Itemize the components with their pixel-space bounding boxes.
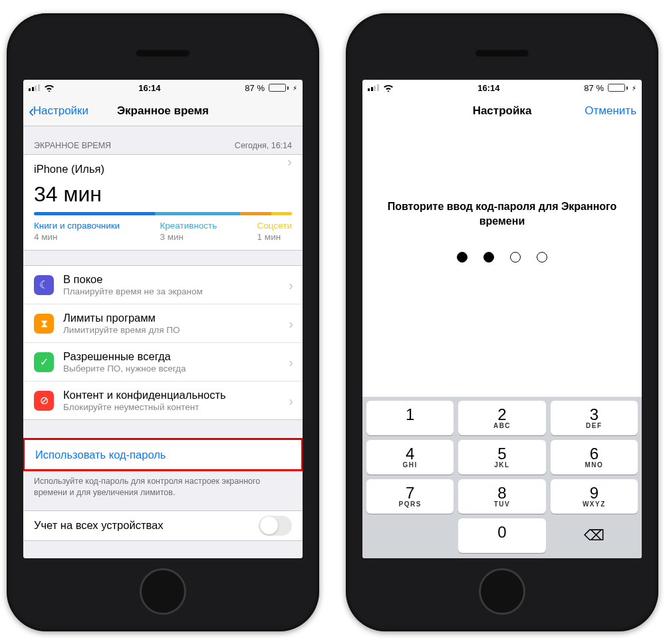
home-button[interactable] bbox=[479, 568, 525, 615]
row-subtitle: Лимитируйте время для ПО bbox=[63, 325, 180, 335]
keypad-key-2[interactable]: 2ABC bbox=[458, 401, 545, 435]
key-number: 5 bbox=[497, 446, 506, 462]
wifi-icon bbox=[383, 82, 394, 94]
passcode-content: Повторите ввод код-пароля для Экранного … bbox=[362, 126, 642, 558]
key-number: 7 bbox=[406, 485, 414, 501]
back-label: Настройки bbox=[33, 104, 88, 118]
share-toggle[interactable] bbox=[259, 516, 292, 536]
keypad-key-4[interactable]: 4GHI bbox=[366, 440, 454, 475]
share-across-devices-cell[interactable]: Учет на всех устройствах bbox=[23, 511, 303, 540]
key-number: 9 bbox=[590, 485, 598, 501]
row-icon: ✓ bbox=[34, 352, 54, 372]
keypad-key-6[interactable]: 6MNO bbox=[551, 440, 638, 475]
numeric-keypad: 1 2ABC3DEF4GHI5JKL6MNO7PQRS8TUV9WXYZ0 ⌫ bbox=[362, 397, 642, 558]
key-letters: PQRS bbox=[398, 500, 421, 508]
keypad-key-1[interactable]: 1 bbox=[366, 401, 454, 435]
category-name: Креативность bbox=[160, 221, 217, 231]
passcode-link-highlight: Использовать код-пароль bbox=[23, 438, 303, 471]
row-subtitle: Выберите ПО, нужное всегда bbox=[63, 364, 186, 374]
phone-left: 16:14 87 % ⚡︎ ‹ Настройки Экранное время… bbox=[7, 13, 319, 631]
row-title: В покое bbox=[63, 273, 203, 286]
usage-segment bbox=[271, 212, 292, 215]
row-subtitle: Блокируйте неуместный контент bbox=[63, 402, 226, 412]
settings-row[interactable]: ⊘Контент и конфиденциальностьБлокируйте … bbox=[23, 381, 303, 419]
category-value: 4 мин bbox=[34, 232, 120, 242]
keypad-key-8[interactable]: 8TUV bbox=[458, 479, 545, 514]
category-name: Соцсети bbox=[257, 221, 292, 231]
row-title: Контент и конфиденциальность bbox=[63, 389, 226, 401]
key-letters: WXYZ bbox=[583, 500, 606, 508]
use-passcode-link[interactable]: Использовать код-пароль bbox=[25, 440, 301, 469]
passcode-footer-note: Используйте код-пароль для контроля наст… bbox=[23, 471, 303, 510]
keypad-key-3[interactable]: 3DEF bbox=[551, 401, 638, 435]
usage-segment bbox=[155, 212, 240, 215]
passcode-dot bbox=[537, 252, 547, 263]
content-left: ЭКРАННОЕ ВРЕМЯ Сегодня, 16:14 iPhone (Ил… bbox=[23, 126, 303, 558]
key-number: 6 bbox=[590, 446, 598, 462]
passcode-dots bbox=[362, 252, 642, 263]
row-title: Лимиты программ bbox=[63, 312, 180, 324]
key-number: 3 bbox=[590, 407, 598, 423]
delete-icon: ⌫ bbox=[584, 527, 604, 544]
row-icon: ☾ bbox=[34, 275, 54, 295]
key-number: 0 bbox=[497, 524, 506, 540]
screen-left: 16:14 87 % ⚡︎ ‹ Настройки Экранное время… bbox=[23, 80, 303, 558]
charging-icon: ⚡︎ bbox=[632, 84, 636, 92]
back-button[interactable]: ‹ Настройки bbox=[29, 104, 88, 118]
keypad-key-7[interactable]: 7PQRS bbox=[366, 479, 454, 514]
screen-right: 16:14 87 % ⚡︎ Настройка Отменить Повтори… bbox=[362, 80, 642, 558]
status-bar: 16:14 87 % ⚡︎ bbox=[362, 80, 642, 96]
passcode-dot bbox=[510, 252, 521, 263]
category-value: 3 мин bbox=[160, 232, 217, 242]
keypad-blank bbox=[366, 518, 454, 553]
passcode-dot bbox=[483, 252, 494, 263]
status-bar: 16:14 87 % ⚡︎ bbox=[23, 80, 303, 96]
device-summary-cell[interactable]: iPhone (Илья) › 34 мин Книги и справочни… bbox=[23, 155, 303, 250]
row-subtitle: Планируйте время не за экраном bbox=[63, 286, 203, 296]
section-header-right: Сегодня, 16:14 bbox=[235, 141, 292, 150]
battery-icon bbox=[269, 84, 289, 92]
chevron-right-icon: › bbox=[289, 354, 293, 370]
chevron-right-icon: › bbox=[289, 277, 293, 292]
row-icon: ⧗ bbox=[34, 314, 54, 334]
use-passcode-label: Использовать код-пароль bbox=[35, 449, 166, 461]
charging-icon: ⚡︎ bbox=[293, 84, 297, 92]
usage-category: Книги и справочники4 мин bbox=[34, 221, 120, 242]
share-across-devices-label: Учет на всех устройствах bbox=[34, 519, 163, 532]
key-letters: MNO bbox=[585, 461, 603, 469]
section-header: ЭКРАННОЕ ВРЕМЯ Сегодня, 16:14 bbox=[23, 126, 303, 154]
category-name: Книги и справочники bbox=[34, 221, 120, 231]
usage-legend: Книги и справочники4 минКреативность3 ми… bbox=[34, 221, 292, 242]
key-letters: GHI bbox=[403, 461, 418, 469]
status-time: 16:14 bbox=[477, 83, 499, 93]
row-title: Разрешенные всегда bbox=[63, 350, 186, 363]
cancel-button[interactable]: Отменить bbox=[585, 104, 636, 118]
settings-row[interactable]: ☾В покоеПланируйте время не за экраном› bbox=[23, 266, 303, 304]
keypad-key-9[interactable]: 9WXYZ bbox=[551, 479, 638, 514]
phone-right: 16:14 87 % ⚡︎ Настройка Отменить Повтори… bbox=[346, 13, 658, 631]
usage-category: Креативность3 мин bbox=[160, 221, 217, 242]
key-number: 1 bbox=[406, 407, 414, 423]
cell-signal-icon bbox=[29, 84, 40, 91]
status-time: 16:14 bbox=[138, 83, 160, 93]
total-usage-time: 34 мин bbox=[34, 177, 292, 208]
nav-bar: Настройка Отменить bbox=[362, 96, 642, 126]
keypad-key-5[interactable]: 5JKL bbox=[458, 440, 545, 475]
home-button[interactable] bbox=[140, 568, 186, 615]
chevron-right-icon: › bbox=[287, 154, 292, 169]
key-number: 2 bbox=[497, 407, 506, 423]
row-icon: ⊘ bbox=[34, 391, 54, 411]
keypad-key-0[interactable]: 0 bbox=[458, 518, 545, 553]
settings-row[interactable]: ✓Разрешенные всегдаВыберите ПО, нужное в… bbox=[23, 342, 303, 381]
nav-bar: ‹ Настройки Экранное время bbox=[23, 96, 303, 126]
cell-signal-icon bbox=[368, 84, 379, 91]
keypad-delete[interactable]: ⌫ bbox=[551, 518, 638, 553]
key-letters: ABC bbox=[493, 422, 511, 429]
key-letters: JKL bbox=[494, 461, 509, 469]
battery-percent: 87 % bbox=[584, 83, 604, 93]
section-header-left: ЭКРАННОЕ ВРЕМЯ bbox=[34, 141, 111, 150]
battery-percent: 87 % bbox=[245, 83, 265, 93]
passcode-dot bbox=[457, 252, 467, 263]
settings-row[interactable]: ⧗Лимиты программЛимитируйте время для ПО… bbox=[23, 304, 303, 342]
key-letters: TUV bbox=[494, 500, 511, 508]
